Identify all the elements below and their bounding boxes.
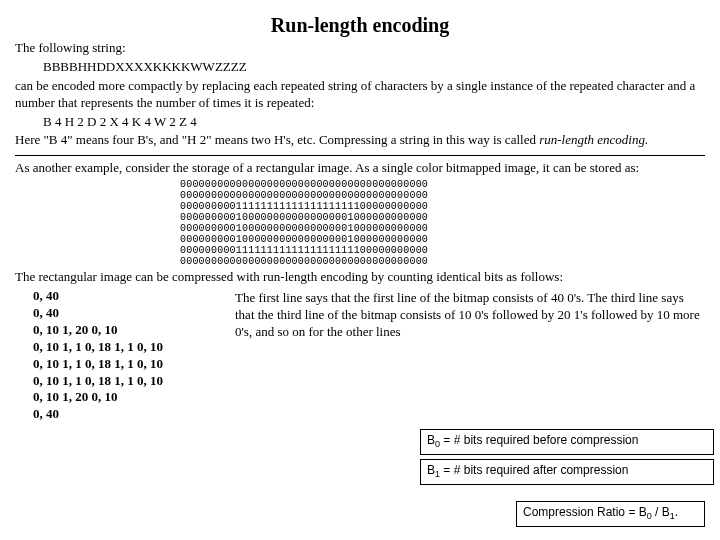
divider bbox=[15, 155, 705, 156]
storage-intro: As another example, consider the storage… bbox=[15, 160, 705, 177]
rle-line: 0, 10 1, 20 0, 10 bbox=[33, 389, 215, 406]
intro-line-3: Here "B 4" means four B's, and "H 2" mea… bbox=[15, 132, 705, 149]
intro-line-3a: Here "B 4" means four B's, and "H 2" mea… bbox=[15, 132, 536, 147]
encoded-string: B 4 H 2 D 2 X 4 K 4 W 2 Z 4 bbox=[43, 114, 705, 131]
rle-line: 0, 10 1, 1 0, 18 1, 1 0, 10 bbox=[33, 356, 215, 373]
rle-line: 0, 40 bbox=[33, 288, 215, 305]
formula-b1-box: B1 = # bits required after compression bbox=[420, 459, 714, 485]
explanation-text: The first line says that the first line … bbox=[235, 290, 705, 341]
rle-line: 0, 10 1, 1 0, 18 1, 1 0, 10 bbox=[33, 339, 215, 356]
example-string: BBBBHHDDXXXXKKKKWWZZZZ bbox=[43, 59, 705, 76]
formula-ratio: Compression Ratio = B0 / B1. bbox=[523, 505, 678, 519]
intro-line-1: The following string: bbox=[15, 40, 705, 57]
rle-line: 0, 10 1, 1 0, 18 1, 1 0, 10 bbox=[33, 373, 215, 390]
rle-line: 0, 10 1, 20 0, 10 bbox=[33, 322, 215, 339]
formula-ratio-box: Compression Ratio = B0 / B1. bbox=[516, 501, 705, 527]
compress-intro: The rectangular image can be compressed … bbox=[15, 269, 705, 286]
rle-line: 0, 40 bbox=[33, 406, 215, 423]
page-title: Run-length encoding bbox=[15, 12, 705, 38]
formula-b0: B0 = # bits required before compression bbox=[427, 433, 638, 447]
bitmap-block: 0000000000000000000000000000000000000000… bbox=[180, 179, 705, 267]
term-run-length-encoding: run-length encoding. bbox=[539, 132, 648, 147]
formula-b0-box: B0 = # bits required before compression bbox=[420, 429, 714, 455]
rle-column: 0, 400, 400, 10 1, 20 0, 100, 10 1, 1 0,… bbox=[15, 288, 215, 423]
formula-b1: B1 = # bits required after compression bbox=[427, 463, 628, 477]
rle-line: 0, 40 bbox=[33, 305, 215, 322]
intro-line-2: can be encoded more compactly by replaci… bbox=[15, 78, 705, 112]
